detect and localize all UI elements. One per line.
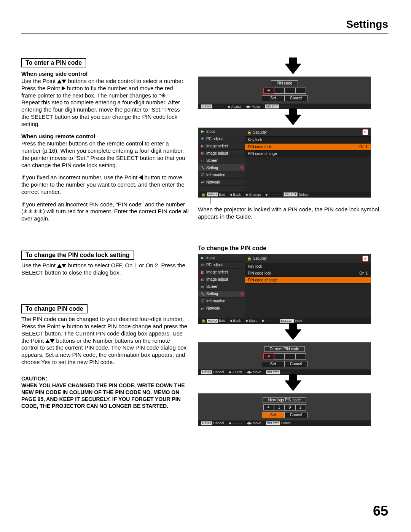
down-icon — [62, 80, 66, 83]
cancel-button[interactable]: Cancel — [285, 95, 307, 101]
set-button[interactable]: Set — [262, 95, 285, 101]
label: Security — [253, 256, 267, 260]
security-header: 🔒Security⊘ — [245, 128, 371, 137]
pin-digit-4[interactable] — [295, 353, 306, 359]
sidebar-item-pc-adjust[interactable]: ⚙PC adjust — [198, 262, 245, 269]
dialog-title: Current PIN code — [264, 346, 305, 352]
caution-label: CAUTION: — [21, 375, 189, 382]
row-key-lock[interactable]: Key lock — [245, 137, 371, 144]
sidebar-item-input[interactable]: ▶Input — [198, 254, 245, 262]
text: Adjust — [233, 370, 242, 374]
row-pin-code-change[interactable]: PIN code change — [245, 277, 371, 284]
sidebar-item-information[interactable]: ⓘInformation — [198, 171, 245, 179]
text: If you fixed an incorrect number, use th… — [21, 174, 139, 181]
row-pin-code-lock[interactable]: PIN code lockOn 1 — [245, 270, 371, 277]
pin-digit-3[interactable]: 9 — [285, 404, 295, 411]
label: PIN code change — [248, 152, 277, 156]
label: Information — [206, 173, 225, 177]
row-pin-code-change[interactable]: PIN code change — [245, 150, 371, 157]
text: Select — [281, 421, 291, 425]
pin-digit-2[interactable]: 1 — [274, 404, 285, 411]
text: Use the Point — [21, 78, 57, 84]
sidebar-item-image-select[interactable]: ◧Image select — [198, 269, 245, 276]
label: Key lock — [248, 138, 262, 142]
heading-change-lock: To change the PIN code lock setting — [21, 251, 134, 260]
sidebar-item-network[interactable]: ⇄Network — [198, 305, 245, 312]
warn-icon: ⊘ — [362, 129, 368, 135]
pin-digit-1[interactable]: ✳ — [263, 88, 274, 94]
menu-key: MENU — [201, 421, 212, 425]
sidebar-item-setting[interactable]: 🔧Setting — [198, 291, 245, 298]
sidebar-item-network[interactable]: ⇄Network — [198, 179, 245, 186]
menu-key: MENU — [201, 370, 212, 374]
settings-menu: ▶Input ⚙PC adjust ◧Image select ◐Image a… — [198, 128, 371, 198]
label: Image select — [206, 270, 228, 274]
dialog-title: New logo PIN code — [263, 397, 307, 403]
label: Setting — [206, 166, 218, 170]
para-side-control: Use the Point buttons on the side contro… — [21, 78, 189, 128]
row-key-lock[interactable]: Key lock — [245, 263, 371, 270]
text: Move — [252, 105, 260, 109]
pin-digit-3[interactable] — [285, 353, 295, 359]
para-change-lock: Use the Point buttons to select OFF, On … — [21, 262, 189, 276]
up-icon — [57, 80, 62, 83]
menu-key: MENU — [207, 192, 218, 197]
label: PIN code lock — [248, 271, 271, 275]
text: Move — [253, 421, 261, 425]
caution-text: WHEN YOU HAVE CHANGED THE PIN CODE, WRIT… — [21, 382, 189, 410]
label: Screen — [206, 158, 218, 163]
pointer-icon — [240, 166, 243, 169]
set-button[interactable]: Set — [262, 361, 285, 367]
set-button[interactable]: Set — [262, 412, 285, 418]
select-key: SELECT — [280, 319, 294, 323]
sidebar-item-image-adjust[interactable]: ◐Image adjust — [198, 276, 245, 283]
pin-digit-4[interactable]: 2 — [295, 404, 306, 411]
sidebar-item-pc-adjust[interactable]: ⚙PC adjust — [198, 135, 245, 142]
label: Security — [253, 130, 267, 134]
sidebar-item-screen[interactable]: ▭Screen — [198, 157, 245, 164]
pin-fields: 4 1 9 2 — [198, 404, 371, 411]
cancel-button[interactable]: Cancel — [285, 412, 307, 418]
sidebar-item-image-select[interactable]: ◧Image select — [198, 142, 245, 150]
menu-sidebar: ▶Input ⚙PC adjust ◧Image select ◐Image a… — [198, 128, 245, 192]
select-key: SELECT — [266, 421, 280, 425]
right-column: PIN code ✳ Set Cancel MENU- - - - - ◆Adj… — [198, 58, 388, 426]
arrow-down-icon — [285, 115, 301, 125]
sidebar-item-setting[interactable]: 🔧Setting — [198, 164, 245, 171]
sidebar-item-screen[interactable]: ▭Screen — [198, 283, 245, 291]
text: - - - - - — [266, 319, 276, 323]
right-icon — [62, 86, 65, 91]
label: Image adjust — [206, 151, 228, 155]
label: Input — [206, 129, 215, 134]
text: Exit — [219, 319, 225, 323]
value: On 1 — [359, 145, 368, 149]
pin-digit-1[interactable]: ✳ — [263, 353, 274, 359]
menu-detail: 🔒Security⊘ Key lock PIN code lockOn 1 PI… — [245, 254, 371, 318]
row-pin-code-lock[interactable]: PIN code lockOn 1 — [245, 144, 371, 150]
text: Move — [253, 370, 261, 374]
current-pin-dialog: Current PIN code ✳ Set Cancel MENUCancel… — [198, 342, 371, 375]
pin-digit-4[interactable] — [295, 88, 306, 94]
label: Network — [206, 306, 220, 310]
select-key: SELECT — [266, 370, 280, 374]
sidebar-item-information[interactable]: ⓘInformation — [198, 298, 245, 305]
pin-digit-2[interactable] — [274, 353, 285, 359]
callout-line — [210, 198, 388, 204]
pin-digit-1[interactable]: 4 — [263, 404, 274, 411]
sidebar-item-image-adjust[interactable]: ◐Image adjust — [198, 150, 245, 157]
text: Exit — [219, 193, 225, 197]
label: PC adjust — [206, 137, 223, 141]
heading-change-pin: To change PIN code — [21, 304, 88, 313]
menu-sidebar: ▶Input ⚙PC adjust ◧Image select ◐Image a… — [198, 254, 245, 318]
arrow-down-icon — [285, 64, 301, 74]
cancel-button[interactable]: Cancel — [285, 361, 307, 367]
heading-enter-pin: To enter a PIN code — [21, 58, 86, 67]
sidebar-item-input[interactable]: ▶Input — [198, 128, 245, 135]
text: - - - - - — [280, 105, 290, 109]
pin-fields: ✳ — [198, 88, 371, 94]
guide-bar: 🔒MENUExit ◀Back ◆Move ▶- - - - - SELECTN… — [198, 318, 371, 324]
pin-digit-2[interactable] — [274, 88, 285, 94]
menu-key: MENU — [207, 319, 218, 323]
warn-icon: ⊘ — [362, 256, 368, 262]
pin-digit-3[interactable] — [285, 88, 295, 94]
